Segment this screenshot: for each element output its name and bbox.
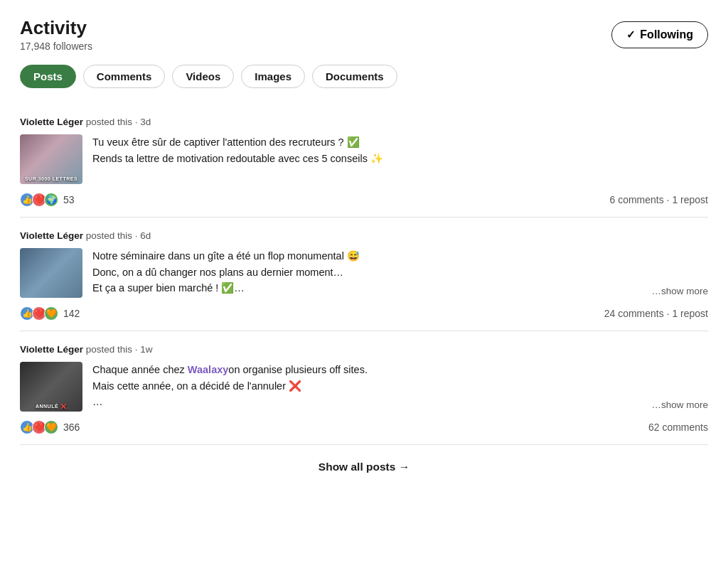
post-text-line: Et ça a super bien marché ! ✅… xyxy=(92,282,245,294)
reaction-emoji: 🧡 xyxy=(44,420,58,434)
post-text: Chaque année chez Waalaxyon organise plu… xyxy=(92,362,708,409)
post-thumbnail: ANNULÉ ❌ xyxy=(20,362,82,412)
thumb-overlay: SUR 3000 LETTRES xyxy=(20,134,82,184)
post-item: Violette Léger posted this · 6dNotre sém… xyxy=(20,218,708,331)
post-footer: 👍❤️🧡14224 comments · 1 repost xyxy=(20,306,708,321)
waalaxy-link[interactable]: Waalaxy xyxy=(188,364,229,375)
post-content-row: SUR 3000 LETTRESTu veux être sûr de capt… xyxy=(20,134,708,184)
post-text: Tu veux être sûr de captiver l'attention… xyxy=(92,134,708,166)
post-author: Violette Léger xyxy=(20,230,83,241)
thumb-label: ANNULÉ ❌ xyxy=(36,404,67,409)
post-reactions: 👍❤️🧡142 xyxy=(20,306,80,321)
post-author: Violette Léger xyxy=(20,117,83,127)
post-thumbnail: SUR 3000 LETTRES xyxy=(20,134,82,184)
title-block: Activity 17,948 followers xyxy=(20,17,92,52)
post-meta: Violette Léger posted this · 3d xyxy=(20,117,708,127)
tab-videos[interactable]: Videos xyxy=(172,65,234,88)
thumb-overlay: ANNULÉ ❌ xyxy=(20,362,82,412)
post-stats: 24 comments · 1 repost xyxy=(604,308,708,319)
page-title: Activity xyxy=(20,17,92,39)
post-text-area: Notre séminaire dans un gîte a été un fl… xyxy=(92,248,708,296)
post-text-line: Notre séminaire dans un gîte a été un fl… xyxy=(92,250,360,262)
post-text: Notre séminaire dans un gîte a été un fl… xyxy=(92,248,708,296)
reaction-count: 366 xyxy=(63,422,80,433)
post-action: posted this · 1w xyxy=(86,344,153,355)
tab-posts[interactable]: Posts xyxy=(20,65,76,88)
post-meta: Violette Léger posted this · 1w xyxy=(20,344,708,355)
post-footer: 👍❤️🌍536 comments · 1 repost xyxy=(20,193,708,207)
tab-comments[interactable]: Comments xyxy=(83,65,166,88)
post-item: Violette Léger posted this · 1wANNULÉ ❌C… xyxy=(20,331,708,445)
post-item: Violette Léger posted this · 3dSUR 3000 … xyxy=(20,104,708,218)
post-text-area: Chaque année chez Waalaxyon organise plu… xyxy=(92,362,708,409)
tabs-row: PostsCommentsVideosImagesDocuments xyxy=(20,65,708,88)
reaction-count: 53 xyxy=(63,194,75,205)
post-content-row: ANNULÉ ❌Chaque année chez Waalaxyon orga… xyxy=(20,362,708,412)
post-text-line: Chaque année chez Waalaxyon organise plu… xyxy=(92,364,368,407)
tab-images[interactable]: Images xyxy=(241,65,305,88)
post-author: Violette Léger xyxy=(20,344,83,355)
reaction-icons: 👍❤️🌍 xyxy=(20,193,56,207)
reaction-icons: 👍❤️🧡 xyxy=(20,420,56,434)
reaction-emoji: 🌍 xyxy=(44,193,58,207)
post-text-area: Tu veux être sûr de captiver l'attention… xyxy=(92,134,708,166)
post-stats: 62 comments xyxy=(648,422,708,433)
reaction-icons: 👍❤️🧡 xyxy=(20,306,56,321)
post-text-line: Donc, on a dû changer nos plans au derni… xyxy=(92,267,343,278)
post-meta: Violette Léger posted this · 6d xyxy=(20,230,708,241)
post-footer: 👍❤️🧡36662 comments xyxy=(20,420,708,434)
check-icon: ✓ xyxy=(626,28,636,41)
post-reactions: 👍❤️🌍53 xyxy=(20,193,75,207)
post-reactions: 👍❤️🧡366 xyxy=(20,420,80,434)
tab-documents[interactable]: Documents xyxy=(312,65,397,88)
thumb-label: SUR 3000 LETTRES xyxy=(25,176,77,182)
following-button[interactable]: ✓ Following xyxy=(611,21,708,48)
show-more-link[interactable]: …show more xyxy=(648,286,708,296)
reaction-emoji: 🧡 xyxy=(44,306,58,321)
reaction-count: 142 xyxy=(63,308,80,319)
post-action: posted this · 3d xyxy=(86,117,151,127)
post-action: posted this · 6d xyxy=(86,230,151,241)
show-more-link[interactable]: …show more xyxy=(648,399,708,410)
show-all-button[interactable]: Show all posts → xyxy=(318,461,410,473)
show-all-row: Show all posts → xyxy=(20,445,708,479)
post-thumbnail xyxy=(20,248,82,298)
post-text-line: Rends ta lettre de motivation redoutable… xyxy=(92,153,383,164)
followers-count: 17,948 followers xyxy=(20,41,92,52)
post-text-line: Tu veux être sûr de captiver l'attention… xyxy=(92,136,360,148)
post-stats: 6 comments · 1 repost xyxy=(609,194,708,205)
post-content-row: Notre séminaire dans un gîte a été un fl… xyxy=(20,248,708,298)
activity-header: Activity 17,948 followers ✓ Following xyxy=(20,17,708,52)
